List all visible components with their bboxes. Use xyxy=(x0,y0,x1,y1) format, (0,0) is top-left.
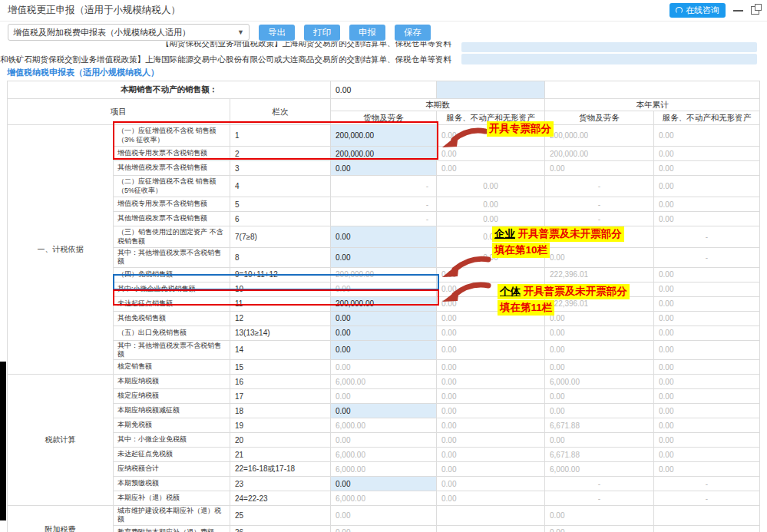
item-label: 其中：其他增值税发票不含税销售额 xyxy=(114,248,230,268)
cell-r3-c1[interactable]: 0.00 xyxy=(331,161,437,176)
cell-r3-c4: 0.00 xyxy=(654,161,760,176)
red-arrow-2-icon xyxy=(441,256,491,280)
cell-r4-c1: - xyxy=(331,176,437,197)
table-row: （四）免税销售额9=10+11+12200,000.000.00222,396.… xyxy=(8,267,760,282)
item-label: 应纳税额合计 xyxy=(114,462,230,477)
cell-r1-c1[interactable]: 200,000.00 xyxy=(331,125,437,147)
restore-window-icon[interactable] xyxy=(751,6,759,15)
cell-r26-c1: 0.00 xyxy=(331,525,437,532)
cell-r23-c3: - xyxy=(545,477,654,491)
cell-r19-c2: 0.00 xyxy=(437,418,545,433)
table-row: 本期应补（退）税额24=22-236,000.000.00-- xyxy=(8,491,760,506)
cell-r2-c4: 0.00 xyxy=(654,147,760,161)
info-row-2-label: 【原油和铁矿石期货保税交割业务增值税政策】上海国际能源交易中心股份有限公司或大连… xyxy=(0,55,451,65)
cell-r1-c4: 0.00 xyxy=(654,125,760,147)
table-row: 未达起征点销售额11200,000.000.00222,396.010.00 xyxy=(8,296,760,311)
item-label: 城市维护建设税本期应补（退）税额 xyxy=(114,506,230,526)
cell-r15-c4: 0.00 xyxy=(654,360,760,375)
header-ytd: 本年累计 xyxy=(545,99,760,111)
table-row: 本期应纳税额减征额180.000.000.000.00 xyxy=(8,404,760,418)
cell-r8-c3: 0.00 xyxy=(545,248,654,268)
column-number: 25 xyxy=(230,506,331,526)
cell-r13-c2: 0.00 xyxy=(437,325,545,340)
cell-r5-c3: - xyxy=(545,197,654,212)
column-number: 18 xyxy=(230,404,331,418)
cell-r9-c1: 200,000.00 xyxy=(331,267,437,282)
declare-button[interactable]: 申报 xyxy=(349,25,385,41)
form-title: 增值税纳税申报表（适用小规模纳税人） xyxy=(7,67,760,78)
property-sale-input[interactable] xyxy=(437,81,545,99)
column-number: 24=22-23 xyxy=(230,491,331,506)
column-number: 20 xyxy=(230,433,331,448)
category-cell: 附加税费 xyxy=(8,506,114,532)
toolbar: 增值税及附加税费申报表（小规模纳税人适用） ▼ 导出 打印 申报 保存 xyxy=(0,21,767,41)
cell-r9-c4: 0.00 xyxy=(654,267,760,282)
cell-r13-c1[interactable]: 0.00 xyxy=(331,325,437,340)
table-row: 核定销售额150.000.000.000.00 xyxy=(8,360,760,375)
cell-r14-c3: 0.00 xyxy=(545,340,654,360)
cell-r24-c1: 6,000.00 xyxy=(331,491,437,506)
item-label: 其中:小微企业免税销售额 xyxy=(114,282,230,296)
chevron-down-icon: ▼ xyxy=(237,28,244,36)
column-number: 21 xyxy=(230,448,331,462)
annotation-enterprise-line1: 企业 开具普票及未开票部分 xyxy=(492,226,624,242)
report-type-select[interactable]: 增值税及附加税费申报表（小规模纳税人适用） ▼ xyxy=(8,24,250,41)
cell-r2-c1[interactable]: 200,000.00 xyxy=(331,147,437,161)
cell-r8-c1[interactable]: 0.00 xyxy=(331,248,437,268)
cell-r12-c3: 0.00 xyxy=(545,311,654,325)
item-label: 其他增值税发票不含税销售额 xyxy=(114,161,230,176)
table-row: 本期免税额196,000.000.006,671.880.00 xyxy=(8,418,760,433)
cell-r25-c3: 0.00 xyxy=(545,506,654,526)
item-label: 未达起征点免税额 xyxy=(114,448,230,462)
table-row: 未达起征点免税额216,000.000.006,671.880.00 xyxy=(8,448,760,462)
item-label: 其中：小微企业免税额 xyxy=(114,433,230,448)
header-services-ytd: 服务、不动产和无形资产 xyxy=(654,111,760,125)
cell-r12-c1[interactable]: 0.00 xyxy=(331,311,437,325)
cell-r12-c4: 0.00 xyxy=(654,311,760,325)
annotation-individual-line1: 个体 开具普票及未开票部分 xyxy=(498,284,630,299)
print-button[interactable]: 打印 xyxy=(304,25,340,41)
cell-r11-c1[interactable]: 200,000.00 xyxy=(331,296,437,311)
cell-r14-c4: 0.00 xyxy=(654,340,760,360)
cell-r18-c4: 0.00 xyxy=(654,404,760,418)
info-row-1-label: 【期货保税交割业务增值税政策】上海期货交易所的交割结算单、保税仓单等资料 xyxy=(161,41,451,49)
cell-r11-c4: 0.00 xyxy=(654,296,760,311)
column-number: 10 xyxy=(230,282,331,296)
item-label: 其中：其他增值税发票不含税销售额 xyxy=(114,340,230,360)
cell-r8-c4: - xyxy=(654,248,760,268)
cell-r26-c4 xyxy=(654,525,760,532)
cell-r21-c3: 6,671.88 xyxy=(545,448,654,462)
page-title: 增值税更正申报（适用于小规模纳税人） xyxy=(8,4,180,17)
item-label: 核定应纳税额 xyxy=(114,389,230,404)
minimize-icon[interactable] xyxy=(733,10,743,12)
column-number: 5 xyxy=(230,197,331,212)
online-help-label: 在线咨询 xyxy=(686,5,719,16)
cell-r22-c1: 6,000.00 xyxy=(331,462,437,477)
table-row: 其他增值税发票不含税销售额6-0.00-0.00 xyxy=(8,212,760,226)
column-number: 17 xyxy=(230,389,331,404)
table-row: （五）出口免税销售额13(13≥14)0.000.000.000.00 xyxy=(8,325,760,340)
cell-r18-c1[interactable]: 0.00 xyxy=(331,404,437,418)
export-button[interactable]: 导出 xyxy=(259,25,295,41)
cell-r23-c1[interactable]: 0.00 xyxy=(331,477,437,491)
column-number: 9=10+11+12 xyxy=(230,267,331,282)
cell-r20-c2: 0.00 xyxy=(437,433,545,448)
cell-r25-c1: 0.00 xyxy=(331,506,437,526)
cell-r6-c3: - xyxy=(545,212,654,226)
info-row-1-input[interactable] xyxy=(461,42,757,52)
table-row: 教育费附加本期应补（退）费额260.000.00 xyxy=(8,525,760,532)
table-row: 一、计税依据（一）应征增值税不含税 销售额（3% 征收率）1200,000.00… xyxy=(8,125,760,147)
item-label: （四）免税销售额 xyxy=(114,267,230,282)
cell-r14-c1[interactable]: 0.00 xyxy=(331,340,437,360)
column-number: 8 xyxy=(230,248,331,268)
save-button[interactable]: 保存 xyxy=(395,25,431,41)
online-help-button[interactable]: 在线咨询 xyxy=(669,3,726,18)
cell-r7-c1[interactable]: 0.00 xyxy=(331,226,437,248)
item-label: 教育费附加本期应补（退）费额 xyxy=(114,525,230,532)
cell-r17-c3: 0.00 xyxy=(545,389,654,404)
column-number: 15 xyxy=(230,360,331,375)
column-number: 6 xyxy=(230,212,331,226)
column-number: 14 xyxy=(230,340,331,360)
info-row-2-input[interactable] xyxy=(461,54,757,64)
cell-r26-c3: 0.00 xyxy=(545,525,654,532)
